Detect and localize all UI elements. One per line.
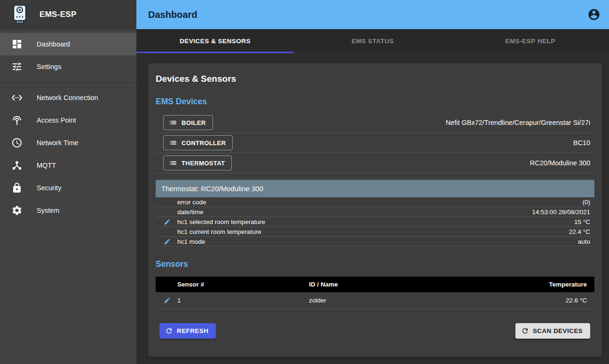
detail-panel-title: Thermostat: RC20/Moduline 300: [156, 180, 594, 197]
action-bar: REFRESH SCAN DEVICES: [156, 323, 594, 339]
detail-label: hc1 selected room temperature: [177, 218, 574, 225]
main-area: Dashboard DEVICES & SENSORS EMS STATUS E…: [136, 0, 609, 364]
ems-esp-app: EMS-ESP Dashboard Settings Network: [0, 0, 609, 364]
edit-pencil-icon[interactable]: [164, 218, 171, 225]
sidebar-menu: Dashboard Settings Network Connection: [0, 29, 136, 222]
controller-button[interactable]: CONTROLLER: [163, 135, 233, 150]
list-icon: [169, 139, 177, 147]
content: Devices & Sensors EMS Devices BOILER Nef…: [136, 53, 609, 364]
controller-button-label: CONTROLLER: [182, 139, 226, 147]
sidebar: EMS-ESP Dashboard Settings Network: [0, 0, 136, 364]
detail-label: date/time: [177, 209, 532, 216]
scan-devices-button-label: SCAN DEVICES: [533, 327, 583, 334]
sensor-number: 1: [177, 297, 309, 304]
sidebar-header: EMS-ESP: [0, 0, 136, 29]
detail-row-error-code: error code (0): [156, 197, 594, 207]
sidebar-item-access-point[interactable]: Access Point: [0, 109, 136, 132]
wifi-tethering-icon: [11, 115, 23, 126]
detail-value: auto: [578, 238, 594, 245]
sidebar-item-label: Security: [37, 184, 61, 192]
detail-row-date-time: date/time 14:53:00 28/08/2021: [156, 207, 594, 217]
sidebar-item-label: Network Time: [37, 139, 79, 147]
detail-value: 15 °C: [574, 218, 594, 225]
thermostat-button[interactable]: THERMOSTAT: [163, 155, 232, 170]
scan-devices-button[interactable]: SCAN DEVICES: [515, 323, 590, 339]
account-circle-icon[interactable]: [587, 8, 601, 21]
detail-label: error code: [177, 199, 583, 206]
refresh-button[interactable]: REFRESH: [159, 323, 216, 339]
sidebar-item-label: MQTT: [37, 162, 56, 169]
column-sensor-number: Sensor #: [156, 281, 309, 288]
detail-value: 22.4 °C: [569, 228, 594, 235]
detail-row-hc1-current-temp: hc1 current room temperature 22.4 °C: [156, 227, 594, 237]
sensors-heading: Sensors: [156, 259, 594, 269]
boiler-button[interactable]: BOILER: [163, 115, 213, 130]
refresh-icon: [521, 327, 529, 335]
boiler-button-label: BOILER: [182, 119, 206, 126]
clock-icon: [11, 137, 23, 148]
thermostat-button-label: THERMOSTAT: [182, 160, 225, 167]
sensors-table: Sensor # ID / Name Temperature 1 zolder …: [156, 277, 594, 309]
sidebar-item-network-time[interactable]: Network Time: [0, 132, 136, 154]
detail-value: 14:53:00 28/08/2021: [532, 209, 594, 216]
dashboard-icon: [11, 39, 23, 50]
detail-label: hc1 current room temperature: [177, 228, 569, 235]
ethernet-icon: [11, 92, 23, 103]
tab-ems-status[interactable]: EMS STATUS: [294, 29, 451, 53]
sidebar-item-mqtt[interactable]: MQTT: [0, 154, 136, 177]
boiler-logo: [10, 4, 29, 25]
device-row-boiler: BOILER Nefit GBx72/Trendline/Cerapur/Gre…: [156, 113, 594, 133]
list-icon: [169, 159, 177, 167]
sensor-temperature: 22.6 °C: [510, 297, 594, 304]
lock-icon: [11, 182, 23, 194]
sidebar-item-security[interactable]: Security: [0, 177, 136, 199]
boiler-model: Nefit GBx72/Trendline/Cerapur/Greenstar …: [446, 119, 594, 126]
detail-row-hc1-selected-temp: hc1 selected room temperature 15 °C: [156, 217, 594, 227]
tab-devices-sensors[interactable]: DEVICES & SENSORS: [136, 29, 294, 53]
sidebar-item-label: Network Connection: [37, 94, 98, 101]
ems-device-list: BOILER Nefit GBx72/Trendline/Cerapur/Gre…: [156, 113, 594, 173]
devices-sensors-card: Devices & Sensors EMS Devices BOILER Nef…: [148, 63, 602, 357]
device-row-thermostat: THERMOSTAT RC20/Moduline 300: [156, 153, 594, 173]
refresh-icon: [165, 327, 173, 335]
edit-pencil-icon[interactable]: [164, 297, 171, 304]
sensor-name: zolder: [309, 297, 510, 304]
thermostat-model: RC20/Moduline 300: [530, 159, 594, 167]
sensors-table-header: Sensor # ID / Name Temperature: [156, 277, 594, 292]
tab-ems-esp-help[interactable]: EMS-ESP HELP: [451, 29, 609, 53]
appbar: Dashboard: [136, 0, 609, 29]
sidebar-item-label: Access Point: [37, 116, 76, 124]
sidebar-item-label: System: [37, 207, 59, 214]
page-title: Dashboard: [148, 9, 197, 20]
tab-bar: DEVICES & SENSORS EMS STATUS EMS-ESP HEL…: [136, 29, 609, 53]
gear-icon: [11, 205, 23, 216]
detail-value: (0): [583, 199, 595, 206]
controller-model: BC10: [573, 139, 594, 147]
edit-pencil-icon[interactable]: [164, 238, 171, 245]
ems-devices-heading: EMS Devices: [156, 97, 594, 107]
edit-cell: [156, 218, 177, 225]
thermostat-detail-panel: Thermostat: RC20/Moduline 300 error code…: [156, 180, 594, 247]
column-id-name: ID / Name: [309, 281, 510, 288]
sidebar-item-settings[interactable]: Settings: [0, 55, 136, 78]
card-title: Devices & Sensors: [156, 74, 594, 84]
column-temperature: Temperature: [510, 281, 594, 288]
sidebar-item-system[interactable]: System: [0, 199, 136, 222]
device-hub-icon: [11, 160, 23, 171]
list-icon: [169, 118, 177, 127]
tune-icon: [11, 61, 23, 72]
sidebar-item-dashboard[interactable]: Dashboard: [0, 33, 136, 55]
device-row-controller: CONTROLLER BC10: [156, 133, 594, 153]
detail-row-hc1-mode: hc1 mode auto: [156, 237, 594, 247]
detail-label: hc1 mode: [177, 238, 578, 245]
sensor-row: 1 zolder 22.6 °C: [156, 292, 594, 309]
refresh-button-label: REFRESH: [177, 327, 208, 334]
edit-cell: [156, 297, 177, 304]
sidebar-item-network-connection[interactable]: Network Connection: [0, 86, 136, 109]
sidebar-item-label: Settings: [37, 63, 61, 70]
sidebar-item-label: Dashboard: [37, 40, 70, 48]
sidebar-divider: [0, 82, 136, 83]
app-title: EMS-ESP: [40, 10, 77, 19]
edit-cell: [156, 238, 177, 245]
